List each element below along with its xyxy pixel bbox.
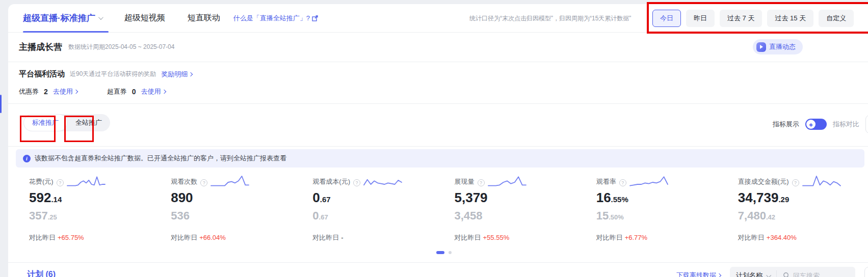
plan-name-select[interactable]: 计划名称 xyxy=(730,270,777,277)
toggle-knob-gem-icon xyxy=(806,120,816,129)
sparkline-chart xyxy=(211,175,250,188)
metric-card-direct-gmv[interactable]: 直接成交金额(元) 34,739.29 7,480.42 对比昨日+364.40… xyxy=(738,175,868,242)
search-icon xyxy=(783,272,790,277)
external-link-icon xyxy=(312,15,318,21)
metric-card-views[interactable]: 观看次数 890 536 对比昨日+66.04% xyxy=(171,175,312,242)
main-panel: 超级直播·标准推广 超级短视频 短直联动 什么是「直播全站推广」? 统计口径为“… xyxy=(8,4,868,277)
sparkline-chart xyxy=(488,175,528,188)
welfare-title: 平台福利活动 xyxy=(19,69,65,79)
date-custom-button[interactable]: 自定义 xyxy=(819,10,854,27)
download-offline-data-label: 下载离线数据 xyxy=(676,271,716,277)
metric-label: 花费(元) xyxy=(29,177,54,188)
help-link-label: 什么是「直播全站推广」? xyxy=(233,14,310,23)
live-dynamics-label: 直播动态 xyxy=(769,42,796,51)
chevron-down-icon xyxy=(766,272,771,277)
metric-value: 890 xyxy=(171,190,312,207)
metric-compare: 对比昨日+6.77% xyxy=(596,233,738,242)
sparkline-chart xyxy=(629,175,669,188)
table-settings-icon[interactable] xyxy=(864,267,868,277)
page: 超级直播·标准推广 超级短视频 短直联动 什么是「直播全站推广」? 统计口径为“… xyxy=(0,0,868,277)
metric-display-label: 指标展示 xyxy=(773,120,799,129)
date-last7-button[interactable]: 过去 7 天 xyxy=(720,10,762,27)
coupon-count: 2 xyxy=(44,88,48,96)
welfare-section: 平台福利活动 近90天通过平台活动获得的奖励 奖励明细 优惠券 2 去使用 超直… xyxy=(8,62,868,103)
metric-card-view-cost[interactable]: 观看成本(元) 0.67 0.67 对比昨日- xyxy=(312,175,454,242)
plan-section: 计划 (6) 下载离线数据 计划名称 xyxy=(8,262,868,277)
super-coupon-use-link[interactable]: 去使用 xyxy=(141,87,166,96)
metric-card-impressions[interactable]: 展现量 5,379 3,458 对比昨日+55.55% xyxy=(455,175,596,242)
sparkline-chart xyxy=(802,175,842,188)
question-icon[interactable] xyxy=(619,179,626,186)
super-coupon-label: 超直券 xyxy=(107,87,127,96)
plan-title: 计划 (6) xyxy=(27,269,56,277)
metric-prev-value: 15.50% xyxy=(596,209,738,224)
date-yesterday-button[interactable]: 昨日 xyxy=(686,10,715,27)
coupon-use-label: 去使用 xyxy=(53,87,73,96)
super-coupon-count: 0 xyxy=(132,88,136,96)
pagination-dot[interactable] xyxy=(449,251,452,254)
chevron-right-icon xyxy=(162,90,166,94)
promo-tab-group: 标准推广 全站推广 xyxy=(23,114,110,131)
question-icon[interactable] xyxy=(200,179,207,186)
play-icon xyxy=(756,42,766,52)
tab-site-promo[interactable]: 全站推广 xyxy=(67,114,110,131)
tab-standard-promo[interactable]: 标准推广 xyxy=(23,114,67,131)
live-dynamics-button[interactable]: 直播动态 xyxy=(753,39,803,54)
metric-prev-value: 357.25 xyxy=(29,209,171,224)
metric-prev-value: 0.67 xyxy=(312,209,454,224)
sparkline-chart xyxy=(363,175,403,188)
metric-display-controls: 指标展示 指标对比 xyxy=(773,115,868,133)
metric-prev-value: 536 xyxy=(171,209,312,224)
pagination-dot-active[interactable] xyxy=(436,251,444,254)
coupon-use-link[interactable]: 去使用 xyxy=(53,87,77,96)
chevron-down-icon xyxy=(98,15,103,20)
coupon-label: 优惠券 xyxy=(19,87,39,96)
date-today-button[interactable]: 今日 xyxy=(652,10,681,27)
metric-label: 直接成交金额(元) xyxy=(738,177,789,188)
divider xyxy=(8,146,868,147)
metric-cards: 花费(元) 592.14 357.25 对比昨日+65.75% 观看次数 890… xyxy=(8,175,868,242)
metric-value: 5,379 xyxy=(455,190,596,207)
question-icon[interactable] xyxy=(57,179,64,186)
plan-search xyxy=(777,272,855,277)
question-icon[interactable] xyxy=(478,179,485,186)
question-icon[interactable] xyxy=(792,179,799,186)
reward-detail-link[interactable]: 奖励明细 xyxy=(161,70,192,79)
left-scroll-indicator xyxy=(0,95,2,113)
top-nav: 超级直播·标准推广 超级短视频 短直联动 什么是「直播全站推广」? 统计口径为“… xyxy=(8,4,868,32)
metric-compare: 对比昨日+65.75% xyxy=(29,233,171,242)
download-offline-data-link[interactable]: 下载离线数据 xyxy=(676,271,721,277)
help-link[interactable]: 什么是「直播全站推广」? xyxy=(233,14,318,23)
metric-compare-label: 指标对比 xyxy=(833,120,859,129)
reward-detail-label: 奖励明细 xyxy=(161,70,188,79)
camp-row: 主播成长营 数据统计周期2025-04-05 ~ 2025-07-04 直播动态 xyxy=(8,33,868,62)
gear-icon[interactable] xyxy=(865,115,868,133)
nav-tab-short-live-link[interactable]: 短直联动 xyxy=(188,13,220,23)
metric-value: 16.55% xyxy=(596,190,738,207)
metric-card-cost[interactable]: 花费(元) 592.14 357.25 对比昨日+65.75% xyxy=(29,175,171,242)
chevron-right-icon xyxy=(717,273,721,277)
nav-tab-super-live[interactable]: 超级直播·标准推广 xyxy=(23,4,102,32)
metric-card-view-rate[interactable]: 观看率 16.55% 15.50% 对比昨日+6.77% xyxy=(596,175,738,242)
metric-label: 观看次数 xyxy=(171,177,197,188)
sparkline-chart xyxy=(67,175,107,188)
metric-mode-toggle[interactable] xyxy=(805,119,827,130)
metric-value: 34,739.29 xyxy=(738,190,868,207)
date-last15-button[interactable]: 过去 15 天 xyxy=(767,10,813,27)
metric-value: 0.67 xyxy=(312,190,454,207)
plan-filter-group: 计划名称 xyxy=(730,267,855,277)
metric-compare: 对比昨日+55.55% xyxy=(455,233,596,242)
plan-search-input[interactable] xyxy=(793,272,849,277)
pagination-dots xyxy=(8,251,868,255)
promo-tab-row: 标准推广 全站推广 指标展示 指标对比 xyxy=(8,104,868,146)
chevron-right-icon xyxy=(74,90,78,94)
info-banner: 该数据不包含超直券和全站推广数据。已开通全站推广的客户，请到全站推广报表查看 xyxy=(16,149,864,168)
nav-tab-label: 超级直播·标准推广 xyxy=(23,12,95,24)
metric-compare: 对比昨日+66.04% xyxy=(171,233,312,242)
metric-label: 展现量 xyxy=(455,177,475,188)
metric-compare: 对比昨日- xyxy=(312,233,454,242)
question-icon[interactable] xyxy=(353,179,360,186)
stat-period: 数据统计周期2025-04-05 ~ 2025-07-04 xyxy=(68,43,174,51)
date-range-group: 今日 昨日 过去 7 天 过去 15 天 自定义 xyxy=(652,10,854,27)
nav-tab-short-video[interactable]: 超级短视频 xyxy=(124,13,165,23)
